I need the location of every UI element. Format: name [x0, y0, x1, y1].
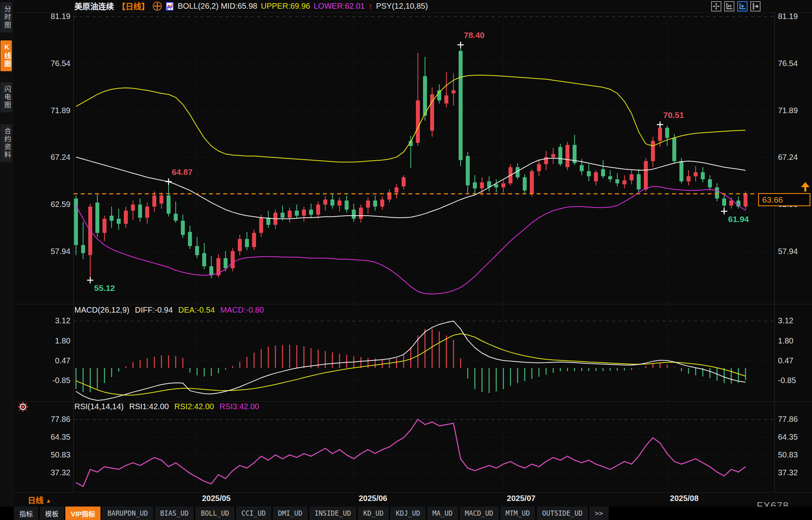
candle [395, 188, 398, 193]
candle [558, 147, 562, 164]
candle [637, 174, 641, 189]
candle [117, 219, 121, 224]
tab-kd-ud[interactable]: KD_UD [358, 507, 389, 520]
axis-label: 3.12 [778, 316, 793, 325]
period-tag: 【日线】 [118, 0, 149, 12]
triangle-up-icon: ▲ [46, 497, 51, 504]
candle [494, 184, 498, 188]
axis-label: 64.35 [31, 432, 70, 442]
tab-dmi-ud[interactable]: DMI_UD [273, 507, 308, 520]
macd-diff-value: DIFF:-0.94 [135, 306, 173, 315]
exit-right-icon[interactable] [750, 1, 761, 11]
candle [416, 101, 420, 143]
candle [373, 201, 377, 207]
psy-value: PSY(12,10,85) [376, 2, 428, 11]
candle [608, 176, 612, 179]
tab-vip-indicator[interactable]: VIP指标 [65, 507, 101, 520]
candle [195, 246, 199, 255]
axis-play-icon[interactable] [737, 1, 747, 11]
candle [231, 251, 235, 268]
sidebar-item-kline-chart[interactable]: K线图 [0, 40, 12, 71]
sidebar-item-contract-info[interactable]: 合约资料 [0, 124, 12, 162]
candle [131, 205, 135, 211]
candle [551, 154, 555, 157]
candle [587, 171, 591, 176]
candle [159, 195, 163, 203]
left-sidebar: 分时图 K线图 闪电图 合约资料 [0, 0, 13, 507]
tab-mtm-ud[interactable]: MTM_UD [500, 507, 535, 520]
crosshair-circle-icon[interactable] [153, 2, 162, 11]
axis-label: 67.24 [778, 152, 798, 162]
tab-bias-ud[interactable]: BIAS_UD [155, 507, 194, 520]
tab-indicator[interactable]: 指标 [14, 507, 38, 520]
tab-more[interactable]: >> [589, 507, 608, 520]
sidebar-item-timeshare-chart[interactable]: 分时图 [0, 2, 12, 32]
candle [366, 201, 370, 208]
candle [466, 156, 470, 185]
axis-label: 37.32 [31, 468, 70, 477]
mini-chart-icon[interactable] [165, 2, 174, 11]
candle [95, 203, 99, 233]
axis-label: 3.12 [31, 316, 70, 325]
axis-label: 37.32 [778, 468, 798, 477]
axis-label: -0.85 [31, 376, 70, 385]
tab-template[interactable]: 模板 [40, 507, 64, 520]
latest-price-box: 63.66 [758, 193, 810, 206]
indicator-line [76, 419, 746, 487]
candle [238, 239, 242, 251]
candle [102, 219, 106, 233]
price-extreme-label: 70.51 [663, 110, 684, 120]
candle [266, 218, 270, 225]
candle [665, 128, 669, 138]
candle [715, 188, 719, 199]
axis-label: 71.89 [778, 106, 798, 115]
axis-label: 0.47 [31, 356, 70, 365]
candle [672, 138, 676, 161]
candle [530, 171, 534, 194]
crosshair-icon[interactable] [711, 1, 721, 11]
macd-header: MACD(26,12,9) DIFF:-0.94 DEA:-0.54 MACD:… [74, 306, 264, 315]
tab-boll-ud[interactable]: BOLL_UD [195, 507, 235, 520]
candle [145, 207, 149, 218]
sidebar-item-lightning-chart[interactable]: 闪电图 [0, 82, 12, 112]
candle [480, 182, 484, 188]
macd-dea-value: DEA:-0.54 [178, 306, 215, 315]
candle [295, 211, 299, 216]
axis-label: 81.19 [31, 11, 70, 21]
candle [601, 169, 605, 176]
x-axis-month-label: 2025/05 [202, 494, 230, 503]
alert-dot-icon[interactable] [17, 401, 28, 412]
period-selector[interactable]: 日线 ▲ [28, 494, 51, 506]
candle [309, 210, 313, 215]
candle [729, 201, 733, 206]
candle [138, 205, 142, 218]
candle [359, 208, 363, 219]
candle [452, 90, 455, 93]
tab-ma-ud[interactable]: MA_UD [427, 507, 458, 520]
candle [110, 216, 114, 221]
candle [74, 199, 78, 245]
candle [202, 253, 206, 266]
candle [694, 172, 698, 176]
tab-cci-ud[interactable]: CCI_UD [236, 507, 271, 520]
candle [281, 213, 285, 218]
rsi2-value: RSI2:42.00 [175, 402, 214, 411]
chart-application: 分时图 K线图 闪电图 合约资料 美原油连续 【日线】 BOLL(26,2) M… [0, 0, 812, 520]
candle [701, 172, 705, 179]
candle [708, 179, 712, 187]
candle [444, 95, 448, 103]
indicator-tabbar: 指标 模板 VIP指标 BARUPDN_UD BIAS_UD BOLL_UD C… [0, 507, 812, 520]
tab-inside-ud[interactable]: INSIDE_UD [309, 507, 357, 520]
candle [323, 199, 327, 205]
chart-canvas [0, 0, 812, 520]
price-extreme-label: 55.12 [94, 283, 115, 293]
boll-upper-value: UPPER:69.96 [261, 2, 310, 11]
tab-macd-ud[interactable]: MACD_UD [459, 507, 499, 520]
candle [352, 210, 356, 219]
axis-label: 67.24 [31, 152, 70, 162]
candle [622, 180, 626, 184]
tab-barupdn-ud[interactable]: BARUPDN_UD [102, 507, 153, 520]
tab-kdj-ud[interactable]: KDJ_UD [390, 507, 425, 520]
tab-outside-ud[interactable]: OUTSIDE_UD [537, 507, 588, 520]
axis-scale-icon[interactable] [724, 1, 734, 11]
